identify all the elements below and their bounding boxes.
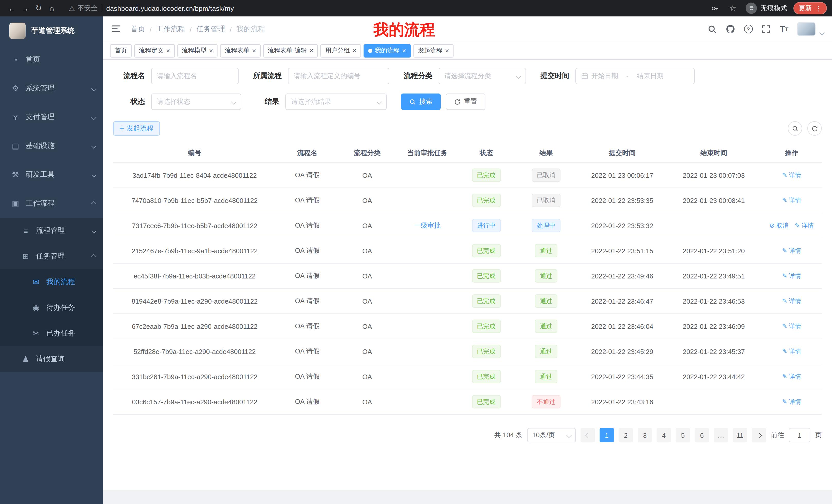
status-select[interactable]: 请选择状态 xyxy=(151,93,241,110)
result-badge: 不通过 xyxy=(532,395,561,409)
update-button[interactable]: 更新 ⋮ xyxy=(794,2,827,15)
sidebar-item-基础设施[interactable]: ▤基础设施 xyxy=(0,132,103,160)
avatar-caret-icon[interactable] xyxy=(820,30,825,35)
prev-page-button[interactable] xyxy=(580,428,595,442)
forward-icon[interactable]: → xyxy=(19,2,32,15)
toggle-search-button[interactable] xyxy=(788,121,802,136)
hamburger-icon[interactable] xyxy=(111,23,122,35)
detail-link[interactable]: ✎详情 xyxy=(782,272,801,280)
sidebar-item-首页[interactable]: ◔首页 xyxy=(0,45,103,74)
sidebar-item-工作流程[interactable]: ▣工作流程 xyxy=(0,189,103,218)
pagination-ellipsis[interactable]: … xyxy=(714,428,728,442)
sidebar-item-请假查询[interactable]: ♟请假查询 xyxy=(0,346,103,372)
close-tab-icon[interactable]: × xyxy=(310,47,313,54)
detail-link[interactable]: ✎详情 xyxy=(782,196,801,205)
reload-icon[interactable]: ↻ xyxy=(32,2,45,15)
table-body: 3ad174fb-7b9d-11ec-8404-acde48001122OA 请… xyxy=(113,163,822,415)
cell-operations: ✎详情 xyxy=(761,171,822,179)
search-icon[interactable] xyxy=(707,24,717,34)
cell-submit-time: 2022-01-23 00:06:17 xyxy=(578,171,666,179)
sidebar-item-系统管理[interactable]: ⚙系统管理 xyxy=(0,74,103,103)
cell-end-time: 2022-01-22 23:49:51 xyxy=(666,272,761,280)
back-icon[interactable]: ← xyxy=(5,2,19,15)
close-tab-icon[interactable]: × xyxy=(209,47,213,54)
sidebar-item-我的流程[interactable]: ✉我的流程 xyxy=(0,269,103,295)
refresh-table-button[interactable] xyxy=(807,121,822,136)
breadcrumb-item[interactable]: 工作流程 xyxy=(156,24,185,34)
tab-发起流程[interactable]: 发起流程× xyxy=(413,44,453,57)
pagination-page-1[interactable]: 1 xyxy=(600,428,614,442)
help-icon[interactable]: ? xyxy=(743,24,753,34)
detail-link[interactable]: ✎详情 xyxy=(782,347,801,356)
breadcrumb-separator: / xyxy=(230,25,232,33)
result-badge: 通过 xyxy=(535,244,557,257)
detail-link[interactable]: ✎详情 xyxy=(795,221,814,230)
sidebar-item-label: 我的流程 xyxy=(46,277,96,287)
cell-category: OA xyxy=(338,347,396,355)
pagination-page-5[interactable]: 5 xyxy=(676,428,690,442)
close-tab-icon[interactable]: × xyxy=(353,47,356,54)
cell-submit-time: 2022-01-22 23:46:47 xyxy=(578,297,666,305)
detail-link[interactable]: ✎详情 xyxy=(782,297,801,305)
category-select[interactable]: 请选择流程分类 xyxy=(439,68,526,84)
github-icon[interactable] xyxy=(725,24,735,34)
detail-link[interactable]: ✎详情 xyxy=(782,322,801,331)
close-tab-icon[interactable]: × xyxy=(445,47,449,54)
status-badge: 已完成 xyxy=(472,194,501,207)
home-icon[interactable]: ⌂ xyxy=(45,2,59,15)
workflow-icon: ▣ xyxy=(10,199,21,208)
detail-link[interactable]: ✎详情 xyxy=(782,372,801,381)
detail-link[interactable]: ✎详情 xyxy=(782,397,801,406)
pagination-page-4[interactable]: 4 xyxy=(657,428,671,442)
address-bar[interactable]: ⚠ 不安全 dashboard.yudao.iocoder.cn/bpm/tas… xyxy=(69,4,710,13)
close-tab-icon[interactable]: × xyxy=(402,47,406,54)
browser-menu-icon[interactable]: ⋮ xyxy=(815,4,822,12)
search-button[interactable]: 搜索 xyxy=(401,93,441,110)
sidebar-item-支付管理[interactable]: ¥支付管理 xyxy=(0,103,103,132)
close-tab-icon[interactable]: × xyxy=(166,47,170,54)
cell-status: 已完成 xyxy=(459,370,514,383)
breadcrumb-item[interactable]: 首页 xyxy=(131,24,145,34)
pagination-page-11[interactable]: 11 xyxy=(733,428,747,442)
pagination-page-6[interactable]: 6 xyxy=(695,428,709,442)
bookmark-star-icon[interactable]: ☆ xyxy=(726,2,739,15)
sidebar-item-研发工具[interactable]: ⚒研发工具 xyxy=(0,160,103,189)
submit-time-range[interactable]: 开始日期 - 结束日期 xyxy=(575,68,695,84)
status-badge: 已完成 xyxy=(472,345,501,358)
sidebar-item-任务管理[interactable]: ⊞任务管理 xyxy=(0,244,103,269)
pagination-page-2[interactable]: 2 xyxy=(619,428,633,442)
reset-button[interactable]: 重置 xyxy=(446,93,486,110)
tab-我的流程[interactable]: 我的流程× xyxy=(364,44,411,57)
process-def-input[interactable]: 请输入流程定义的编号 xyxy=(288,68,389,84)
create-process-button[interactable]: + 发起流程 xyxy=(113,121,160,136)
sidebar-item-已办任务[interactable]: ✂已办任务 xyxy=(0,320,103,346)
fullscreen-icon[interactable] xyxy=(761,24,771,34)
tab-流程定义[interactable]: 流程定义× xyxy=(134,44,175,57)
process-name-input[interactable]: 请输入流程名 xyxy=(151,68,239,84)
tab-流程模型[interactable]: 流程模型× xyxy=(177,44,217,57)
key-icon[interactable] xyxy=(710,3,720,13)
sidebar-item-流程管理[interactable]: ≡流程管理 xyxy=(0,218,103,244)
tab-首页[interactable]: 首页 xyxy=(110,44,132,57)
detail-link[interactable]: ✎详情 xyxy=(782,171,801,179)
user-avatar[interactable] xyxy=(797,22,815,36)
security-warning[interactable]: ⚠ 不安全 xyxy=(69,4,98,13)
next-page-button[interactable] xyxy=(752,428,766,442)
result-select[interactable]: 请选择流结果 xyxy=(285,93,387,110)
tab-流程表单-编辑[interactable]: 流程表单-编辑× xyxy=(263,44,318,57)
cancel-link[interactable]: ⊘取消 xyxy=(770,221,788,230)
tab-流程表单[interactable]: 流程表单× xyxy=(220,44,260,57)
close-tab-icon[interactable]: × xyxy=(252,47,256,54)
cell-submit-time: 2022-01-22 23:49:46 xyxy=(578,272,666,280)
cell-result: 通过 xyxy=(514,244,578,257)
current-task-link[interactable]: 一级审批 xyxy=(414,221,441,229)
font-size-icon[interactable]: TT xyxy=(779,24,789,34)
goto-page-input[interactable] xyxy=(789,428,810,442)
tab-用户分组[interactable]: 用户分组× xyxy=(321,44,361,57)
pagination-page-3[interactable]: 3 xyxy=(638,428,652,442)
sidebar-item-待办任务[interactable]: ◉待办任务 xyxy=(0,295,103,320)
page-size-select[interactable]: 10条/页 xyxy=(527,428,576,442)
detail-link[interactable]: ✎详情 xyxy=(782,246,801,255)
breadcrumb-item[interactable]: 任务管理 xyxy=(197,24,225,34)
logo[interactable]: 芋道管理系统 xyxy=(0,17,103,45)
